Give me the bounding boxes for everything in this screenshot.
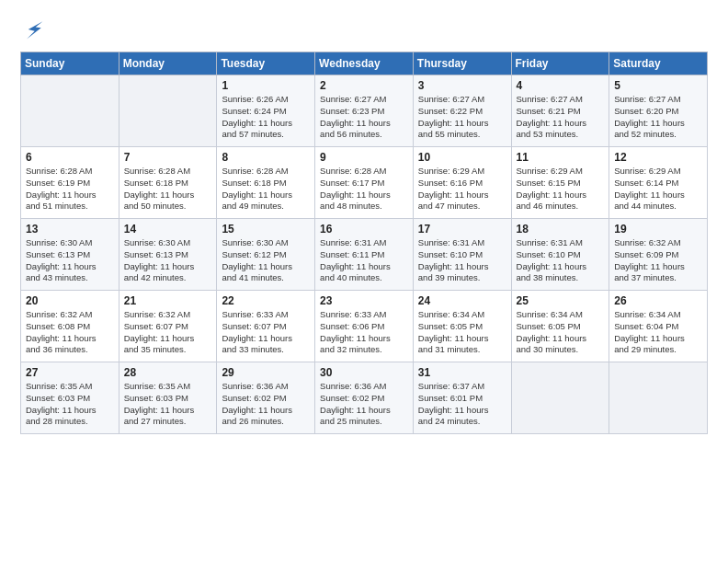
- calendar-cell: [21, 75, 119, 147]
- calendar-cell: 2Sunrise: 6:27 AM Sunset: 6:23 PM Daylig…: [315, 75, 414, 147]
- day-info: Sunrise: 6:34 AM Sunset: 6:05 PM Dayligh…: [418, 309, 506, 356]
- day-number: 9: [320, 151, 408, 164]
- day-info: Sunrise: 6:36 AM Sunset: 6:02 PM Dayligh…: [222, 381, 310, 428]
- logo-icon: [20, 17, 46, 42]
- day-number: 2: [320, 79, 408, 92]
- calendar-cell: 23Sunrise: 6:33 AM Sunset: 6:06 PM Dayli…: [315, 291, 414, 362]
- day-number: 14: [124, 223, 212, 236]
- calendar-cell: 11Sunrise: 6:29 AM Sunset: 6:15 PM Dayli…: [511, 147, 609, 219]
- calendar-week-3: 13Sunrise: 6:30 AM Sunset: 6:13 PM Dayli…: [21, 219, 708, 291]
- day-number: 26: [614, 294, 702, 307]
- day-info: Sunrise: 6:32 AM Sunset: 6:08 PM Dayligh…: [26, 309, 114, 356]
- weekday-header-saturday: Saturday: [609, 52, 708, 75]
- day-number: 19: [614, 223, 702, 236]
- calendar-cell: 3Sunrise: 6:27 AM Sunset: 6:22 PM Daylig…: [413, 75, 511, 147]
- day-number: 27: [26, 366, 114, 379]
- day-info: Sunrise: 6:26 AM Sunset: 6:24 PM Dayligh…: [222, 94, 310, 141]
- calendar-cell: 27Sunrise: 6:35 AM Sunset: 6:03 PM Dayli…: [21, 362, 119, 434]
- calendar-week-2: 6Sunrise: 6:28 AM Sunset: 6:19 PM Daylig…: [21, 147, 708, 219]
- logo: [20, 17, 50, 42]
- calendar-cell: 12Sunrise: 6:29 AM Sunset: 6:14 PM Dayli…: [609, 147, 708, 219]
- calendar-week-5: 27Sunrise: 6:35 AM Sunset: 6:03 PM Dayli…: [21, 362, 708, 434]
- day-info: Sunrise: 6:32 AM Sunset: 6:07 PM Dayligh…: [124, 309, 212, 356]
- day-number: 10: [418, 151, 506, 164]
- day-number: 3: [418, 79, 506, 92]
- day-info: Sunrise: 6:28 AM Sunset: 6:19 PM Dayligh…: [26, 166, 114, 213]
- calendar-cell: 9Sunrise: 6:28 AM Sunset: 6:17 PM Daylig…: [315, 147, 414, 219]
- calendar-cell: 31Sunrise: 6:37 AM Sunset: 6:01 PM Dayli…: [413, 362, 511, 434]
- day-info: Sunrise: 6:28 AM Sunset: 6:17 PM Dayligh…: [320, 166, 408, 213]
- day-number: 11: [517, 151, 605, 164]
- calendar-cell: 1Sunrise: 6:26 AM Sunset: 6:24 PM Daylig…: [217, 75, 315, 147]
- day-info: Sunrise: 6:35 AM Sunset: 6:03 PM Dayligh…: [124, 381, 212, 428]
- page: SundayMondayTuesdayWednesdayThursdayFrid…: [0, 0, 728, 563]
- calendar-cell: 5Sunrise: 6:27 AM Sunset: 6:20 PM Daylig…: [609, 75, 708, 147]
- day-info: Sunrise: 6:35 AM Sunset: 6:03 PM Dayligh…: [26, 381, 114, 428]
- day-number: 24: [418, 294, 506, 307]
- calendar-cell: [511, 362, 609, 434]
- calendar-cell: 16Sunrise: 6:31 AM Sunset: 6:11 PM Dayli…: [315, 219, 414, 291]
- day-info: Sunrise: 6:34 AM Sunset: 6:05 PM Dayligh…: [517, 309, 605, 356]
- calendar-cell: [609, 362, 708, 434]
- calendar-week-1: 1Sunrise: 6:26 AM Sunset: 6:24 PM Daylig…: [21, 75, 708, 147]
- calendar-cell: 22Sunrise: 6:33 AM Sunset: 6:07 PM Dayli…: [217, 291, 315, 362]
- calendar-cell: 15Sunrise: 6:30 AM Sunset: 6:12 PM Dayli…: [217, 219, 315, 291]
- calendar-cell: 28Sunrise: 6:35 AM Sunset: 6:03 PM Dayli…: [119, 362, 217, 434]
- day-info: Sunrise: 6:31 AM Sunset: 6:11 PM Dayligh…: [320, 237, 408, 284]
- calendar-cell: 21Sunrise: 6:32 AM Sunset: 6:07 PM Dayli…: [119, 291, 217, 362]
- day-info: Sunrise: 6:36 AM Sunset: 6:02 PM Dayligh…: [320, 381, 408, 428]
- calendar-cell: [119, 75, 217, 147]
- day-info: Sunrise: 6:28 AM Sunset: 6:18 PM Dayligh…: [124, 166, 212, 213]
- day-number: 20: [26, 294, 114, 307]
- day-number: 30: [320, 366, 408, 379]
- day-info: Sunrise: 6:29 AM Sunset: 6:15 PM Dayligh…: [517, 166, 605, 213]
- day-info: Sunrise: 6:27 AM Sunset: 6:23 PM Dayligh…: [320, 94, 408, 141]
- calendar-cell: 10Sunrise: 6:29 AM Sunset: 6:16 PM Dayli…: [413, 147, 511, 219]
- day-info: Sunrise: 6:34 AM Sunset: 6:04 PM Dayligh…: [614, 309, 702, 356]
- day-number: 4: [517, 79, 605, 92]
- day-number: 29: [222, 366, 310, 379]
- day-info: Sunrise: 6:27 AM Sunset: 6:20 PM Dayligh…: [614, 94, 702, 141]
- calendar-cell: 4Sunrise: 6:27 AM Sunset: 6:21 PM Daylig…: [511, 75, 609, 147]
- day-number: 21: [124, 294, 212, 307]
- weekday-header-wednesday: Wednesday: [315, 52, 414, 75]
- day-number: 12: [614, 151, 702, 164]
- day-info: Sunrise: 6:31 AM Sunset: 6:10 PM Dayligh…: [418, 237, 506, 284]
- day-number: 31: [418, 366, 506, 379]
- day-info: Sunrise: 6:30 AM Sunset: 6:13 PM Dayligh…: [124, 237, 212, 284]
- calendar-cell: 7Sunrise: 6:28 AM Sunset: 6:18 PM Daylig…: [119, 147, 217, 219]
- calendar-cell: 29Sunrise: 6:36 AM Sunset: 6:02 PM Dayli…: [217, 362, 315, 434]
- day-number: 25: [517, 294, 605, 307]
- day-info: Sunrise: 6:27 AM Sunset: 6:21 PM Dayligh…: [517, 94, 605, 141]
- calendar-cell: 19Sunrise: 6:32 AM Sunset: 6:09 PM Dayli…: [609, 219, 708, 291]
- day-number: 1: [222, 79, 310, 92]
- calendar-cell: 13Sunrise: 6:30 AM Sunset: 6:13 PM Dayli…: [21, 219, 119, 291]
- day-info: Sunrise: 6:31 AM Sunset: 6:10 PM Dayligh…: [517, 237, 605, 284]
- calendar-cell: 30Sunrise: 6:36 AM Sunset: 6:02 PM Dayli…: [315, 362, 414, 434]
- day-number: 17: [418, 223, 506, 236]
- day-info: Sunrise: 6:29 AM Sunset: 6:14 PM Dayligh…: [614, 166, 702, 213]
- header: [20, 17, 708, 42]
- day-info: Sunrise: 6:32 AM Sunset: 6:09 PM Dayligh…: [614, 237, 702, 284]
- day-number: 18: [517, 223, 605, 236]
- calendar-cell: 6Sunrise: 6:28 AM Sunset: 6:19 PM Daylig…: [21, 147, 119, 219]
- day-number: 13: [26, 223, 114, 236]
- day-info: Sunrise: 6:33 AM Sunset: 6:06 PM Dayligh…: [320, 309, 408, 356]
- calendar-table: SundayMondayTuesdayWednesdayThursdayFrid…: [20, 52, 708, 434]
- day-number: 16: [320, 223, 408, 236]
- day-number: 15: [222, 223, 310, 236]
- calendar-cell: 25Sunrise: 6:34 AM Sunset: 6:05 PM Dayli…: [511, 291, 609, 362]
- day-number: 8: [222, 151, 310, 164]
- svg-marker-1: [27, 21, 43, 39]
- day-info: Sunrise: 6:27 AM Sunset: 6:22 PM Dayligh…: [418, 94, 506, 141]
- day-info: Sunrise: 6:28 AM Sunset: 6:18 PM Dayligh…: [222, 166, 310, 213]
- weekday-header-tuesday: Tuesday: [217, 52, 315, 75]
- weekday-header-thursday: Thursday: [413, 52, 511, 75]
- day-info: Sunrise: 6:33 AM Sunset: 6:07 PM Dayligh…: [222, 309, 310, 356]
- calendar-cell: 8Sunrise: 6:28 AM Sunset: 6:18 PM Daylig…: [217, 147, 315, 219]
- weekday-header-monday: Monday: [119, 52, 217, 75]
- day-info: Sunrise: 6:30 AM Sunset: 6:12 PM Dayligh…: [222, 237, 310, 284]
- day-number: 23: [320, 294, 408, 307]
- day-number: 22: [222, 294, 310, 307]
- calendar-cell: 17Sunrise: 6:31 AM Sunset: 6:10 PM Dayli…: [413, 219, 511, 291]
